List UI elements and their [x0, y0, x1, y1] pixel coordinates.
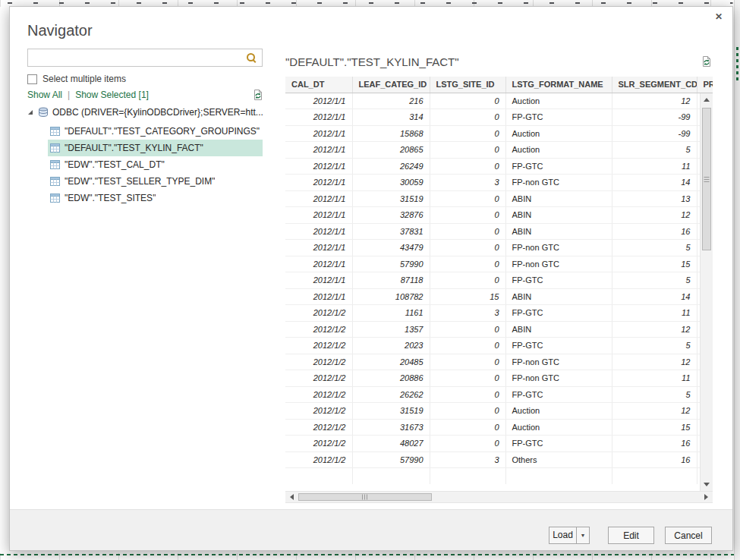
cell: 108782	[352, 288, 430, 305]
cell: 5	[612, 386, 697, 403]
cell: Auction	[505, 93, 612, 109]
refresh-tree-icon[interactable]	[252, 89, 264, 101]
table-row: 2012/1/1579900FP-non GTC15	[285, 256, 713, 272]
grid-body: 2012/1/12160Auction122012/1/13140FP-GTC-…	[285, 93, 713, 484]
cell: 15	[430, 288, 505, 305]
horizontal-scrollbar[interactable]	[285, 491, 713, 503]
cell: Auction	[505, 125, 612, 142]
table-icon	[50, 160, 60, 169]
cell: FP-non GTC	[505, 256, 612, 272]
cell: FP-non GTC	[505, 354, 612, 370]
database-icon	[38, 107, 49, 118]
search-input[interactable]	[28, 50, 246, 65]
load-button-label[interactable]: Load	[549, 527, 576, 543]
cell: ABIN	[505, 321, 612, 338]
cell: 11	[612, 370, 697, 387]
links-separator: |	[68, 90, 70, 100]
cancel-button[interactable]: Cancel	[665, 527, 712, 544]
column-header: SLR_SEGMENT_CD	[612, 77, 697, 93]
scroll-down-icon[interactable]	[701, 478, 713, 491]
show-selected-link[interactable]: Show Selected [1]	[75, 90, 149, 100]
cell: 43479	[352, 240, 430, 256]
cell: 2012/1/1	[285, 142, 352, 159]
select-multiple-row[interactable]: Select multiple items	[27, 74, 126, 84]
column-header: PRI	[697, 77, 713, 93]
show-all-link[interactable]: Show All	[27, 90, 62, 100]
preview-grid: CAL_DTLEAF_CATEG_IDLSTG_SITE_IDLSTG_FORM…	[285, 77, 713, 491]
scroll-up-icon[interactable]	[701, 93, 713, 106]
table-row: 2012/1/2208860FP-non GTC11	[285, 370, 713, 387]
tree-item-label: "EDW"."TEST_SITES"	[65, 193, 156, 203]
cell: 2012/1/1	[285, 158, 352, 175]
cell	[285, 468, 352, 485]
search-icon[interactable]	[246, 52, 257, 64]
cell: 20886	[352, 370, 430, 387]
cell: 2012/1/1	[285, 190, 352, 207]
tree-item-label: "EDW"."TEST_CAL_DT"	[65, 159, 165, 170]
cell: 14	[612, 175, 697, 191]
cell: 87118	[352, 272, 430, 289]
tree-item[interactable]: "EDW"."TEST_SELLER_TYPE_DIM"	[48, 173, 263, 190]
cell: FP-GTC	[505, 272, 612, 289]
cell: -99	[612, 109, 697, 126]
cell: 0	[430, 272, 505, 289]
table-row: 2012/1/220230FP-GTC5	[285, 338, 713, 354]
table-row: 2012/1/12160Auction12	[285, 93, 713, 109]
cell: 2012/1/1	[285, 93, 352, 109]
tree-item[interactable]: "EDW"."TEST_SITES"	[48, 190, 263, 206]
filter-row: Show All | Show Selected [1]	[27, 89, 264, 101]
select-multiple-label: Select multiple items	[43, 74, 126, 84]
select-multiple-checkbox[interactable]	[27, 74, 37, 84]
cell: 2012/1/1	[285, 223, 352, 240]
table-icon	[50, 193, 60, 203]
cell: 5	[612, 272, 697, 289]
cell: FP-GTC	[505, 109, 612, 126]
cell: 0	[430, 436, 505, 452]
cell: 0	[430, 256, 505, 272]
expand-collapse-icon[interactable]	[28, 110, 33, 115]
cell: 16	[612, 436, 697, 452]
table-row: 2012/1/1208650Auction5	[285, 142, 713, 159]
vertical-scrollbar[interactable]	[700, 93, 713, 491]
table-row: 2012/1/2315190Auction12	[285, 403, 713, 420]
navigator-dialog: ✕ Navigator Select multiple items Show A…	[9, 6, 733, 551]
edit-button[interactable]: Edit	[608, 527, 654, 544]
tree-item[interactable]: "DEFAULT"."TEST_KYLIN_FACT"	[48, 140, 263, 156]
tree-root-node[interactable]: ODBC (DRIVER={KylinODBCDriver};SERVER=ht…	[27, 104, 266, 121]
cell: 14	[612, 288, 697, 305]
cell: 1161	[352, 305, 430, 322]
cell: 26249	[352, 158, 430, 175]
cell: 2012/1/1	[285, 175, 352, 191]
cell: 2012/1/1	[285, 256, 352, 272]
table-row: 2012/1/213570ABIN12	[285, 321, 713, 338]
tree-item[interactable]: "DEFAULT"."TEST_CATEGORY_GROUPINGS"	[48, 123, 263, 140]
tree-item[interactable]: "EDW"."TEST_CAL_DT"	[48, 156, 263, 173]
close-icon[interactable]: ✕	[713, 11, 725, 23]
cell: 5	[612, 240, 697, 256]
cell: 2012/1/1	[285, 207, 352, 224]
cell: 5	[612, 338, 697, 354]
cell: 0	[430, 240, 505, 256]
cell: 2012/1/1	[285, 109, 352, 126]
load-button[interactable]: Load ▼	[549, 527, 590, 544]
excel-background-right	[734, 0, 740, 560]
cell: FP-non GTC	[505, 370, 612, 387]
cell: Auction	[505, 419, 612, 436]
cell: 20485	[352, 354, 430, 370]
refresh-preview-icon[interactable]	[701, 55, 713, 68]
scroll-right-icon[interactable]	[700, 492, 713, 502]
cell: 2012/1/1	[285, 272, 352, 289]
cell: 11	[612, 158, 697, 175]
cell: 0	[430, 321, 505, 338]
cell: ABIN	[505, 207, 612, 224]
cell: 2012/1/2	[285, 370, 352, 387]
cell: 31519	[352, 403, 430, 420]
load-dropdown-button[interactable]: ▼	[576, 527, 589, 543]
horizontal-scrollbar-thumb[interactable]	[298, 493, 432, 501]
table-icon	[50, 143, 60, 153]
cell: 20865	[352, 142, 430, 159]
scroll-left-icon[interactable]	[285, 492, 298, 502]
vertical-scrollbar-thumb[interactable]	[702, 108, 711, 250]
tree-children: "DEFAULT"."TEST_CATEGORY_GROUPINGS" "DEF…	[27, 123, 266, 206]
cell: 30059	[352, 175, 430, 191]
